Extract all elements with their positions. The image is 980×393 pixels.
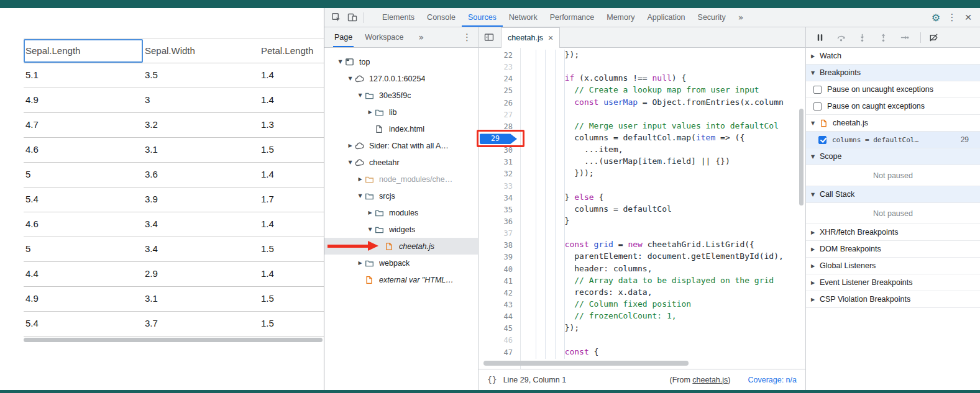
grid-cell[interactable]: 1.4 [259, 88, 324, 112]
grid-cell[interactable]: 3 [143, 88, 259, 112]
devtools-tab-memory[interactable]: Memory [600, 8, 641, 27]
grid-cell[interactable]: 5 [24, 163, 143, 187]
grid-cell[interactable]: 5.4 [24, 312, 143, 336]
collapsed-arrow-icon[interactable]: ▶ [346, 143, 355, 148]
line-number[interactable]: 38 [479, 240, 520, 251]
grid-cell[interactable]: 3.1 [143, 138, 259, 162]
tree-item-cheetahr[interactable]: ▼cheetahr [324, 154, 478, 171]
collapsed-arrow-icon[interactable]: ▶ [365, 210, 375, 215]
tree-item-external-var-html[interactable]: external var "HTML… [324, 271, 478, 288]
xhr-breakpoints-section-header[interactable]: ▶ XHR/fetch Breakpoints [806, 224, 980, 241]
grid-cell[interactable]: 1.3 [259, 113, 324, 137]
devtools-menu-icon[interactable]: ⋮ [944, 9, 960, 25]
step-into-icon[interactable] [856, 31, 868, 43]
csp-violation-breakpoints-section-header[interactable]: ▶ CSP Violation Breakpoints [806, 291, 980, 308]
tab-close-icon[interactable]: × [548, 33, 553, 43]
line-number[interactable]: 44 [479, 311, 520, 323]
tree-item-sider-chat-with-all-a[interactable]: ▶Sider: Chat with all A… [324, 137, 478, 154]
more-tabs-button[interactable]: » [732, 12, 750, 22]
devtools-tab-performance[interactable]: Performance [544, 8, 601, 27]
tree-item-index-html[interactable]: index.html [324, 120, 478, 137]
watch-section-header[interactable]: ▶ Watch [806, 48, 980, 65]
expanded-arrow-icon[interactable]: ▼ [346, 160, 355, 165]
grid-cell[interactable]: 4.7 [24, 113, 143, 137]
expanded-arrow-icon[interactable]: ▼ [355, 93, 365, 98]
line-number[interactable]: 41 [479, 276, 520, 287]
breakpoint-checkbox[interactable] [818, 136, 827, 144]
navigator-tab-page[interactable]: Page [333, 27, 354, 47]
grid-cell[interactable]: 1.5 [259, 287, 324, 311]
line-number[interactable]: 46 [479, 335, 520, 346]
grid-cell[interactable]: 5 [24, 237, 143, 261]
line-number[interactable]: 33 [479, 181, 520, 192]
expanded-arrow-icon[interactable]: ▼ [336, 59, 345, 65]
coverage-link[interactable]: Coverage: n/a [748, 376, 797, 384]
grid-cell[interactable]: 3.4 [143, 212, 259, 237]
page-horizontal-scrollbar[interactable] [24, 338, 323, 342]
expanded-arrow-icon[interactable]: ▼ [346, 76, 355, 81]
expanded-arrow-icon[interactable]: ▼ [355, 193, 365, 199]
breakpoint-entry[interactable]: columns = defaultCol… 29 [806, 132, 980, 148]
line-number[interactable]: 26 [479, 97, 520, 109]
data-grid[interactable]: Sepal.LengthSepal.WidthPetal.Length 5.13… [24, 38, 324, 337]
line-number[interactable]: 34 [479, 192, 520, 204]
grid-cell[interactable]: 1.5 [259, 138, 324, 162]
line-number[interactable]: 37 [479, 228, 520, 240]
line-number[interactable]: 31 [479, 156, 520, 168]
line-number[interactable]: 25 [479, 85, 520, 97]
device-toolbar-icon[interactable] [344, 9, 360, 25]
line-number[interactable]: 24 [479, 73, 520, 85]
collapsed-arrow-icon[interactable]: ▶ [355, 176, 365, 182]
step-icon[interactable] [898, 31, 910, 43]
grid-cell[interactable]: 3.4 [143, 237, 259, 261]
line-number[interactable]: 23 [479, 61, 520, 73]
grid-header-cell-sepal-width[interactable]: Sepal.Width [143, 39, 259, 63]
pause-on-caught-checkbox[interactable] [813, 102, 822, 111]
devtools-tab-network[interactable]: Network [503, 8, 544, 27]
tree-item-srcjs[interactable]: ▼srcjs [324, 187, 478, 204]
grid-cell[interactable]: 1.4 [259, 163, 324, 187]
line-number-gutter[interactable]: 2223242526272829303132333435363738394041… [479, 48, 521, 369]
breakpoint-file-group[interactable]: ▼ cheetah.js [806, 115, 980, 132]
tree-item-webpack[interactable]: ▶webpack [324, 255, 478, 271]
line-number[interactable]: 43 [479, 299, 520, 311]
line-number[interactable]: 35 [479, 204, 520, 216]
line-number[interactable]: 27 [479, 109, 520, 121]
global-listeners-section-header[interactable]: ▶ Global Listeners [806, 258, 980, 274]
devtools-tab-elements[interactable]: Elements [376, 8, 421, 27]
grid-cell[interactable]: 1.4 [259, 63, 324, 88]
grid-cell[interactable]: 3.7 [143, 312, 259, 336]
tree-item-30e35f9c[interactable]: ▼30e35f9c [324, 87, 478, 104]
settings-gear-icon[interactable]: ⚙ [928, 9, 944, 25]
navigator-menu-icon[interactable]: ⋮ [456, 32, 478, 43]
pause-on-uncaught-row[interactable]: Pause on uncaught exceptions [806, 81, 980, 98]
line-number[interactable]: 40 [479, 264, 520, 276]
code-pane[interactable]: }); if (x.columns !== null) { // Create … [521, 48, 805, 369]
toggle-navigator-icon[interactable] [481, 29, 497, 45]
grid-cell[interactable]: 4.4 [24, 262, 143, 286]
grid-cell[interactable]: 1.4 [259, 262, 324, 286]
line-number[interactable]: 45 [479, 323, 520, 335]
grid-cell[interactable]: 1.5 [259, 237, 324, 261]
navigator-more-tabs[interactable]: » [415, 32, 428, 42]
expanded-arrow-icon[interactable]: ▼ [365, 227, 375, 232]
collapsed-arrow-icon[interactable]: ▶ [355, 260, 365, 266]
tree-item-node-modules-che[interactable]: ▶node_modules/che… [324, 171, 478, 187]
grid-cell[interactable]: 4.9 [24, 88, 143, 112]
navigator-tab-workspace[interactable]: Workspace [364, 27, 405, 47]
tree-item-top[interactable]: ▼top [324, 53, 478, 70]
devtools-tab-console[interactable]: Console [421, 8, 462, 27]
call-stack-section-header[interactable]: ▼ Call Stack [806, 186, 980, 203]
step-over-icon[interactable] [835, 31, 847, 43]
pause-on-uncaught-checkbox[interactable] [813, 86, 822, 94]
dom-breakpoints-section-header[interactable]: ▶ DOM Breakpoints [806, 241, 980, 258]
line-number[interactable]: 39 [479, 251, 520, 263]
pretty-print-icon[interactable]: {} [487, 375, 497, 384]
scope-section-header[interactable]: ▼ Scope [806, 148, 980, 165]
pause-on-caught-row[interactable]: Pause on caught exceptions [806, 98, 980, 115]
tree-item-lib[interactable]: ▶lib [324, 104, 478, 120]
line-number[interactable]: 32 [479, 168, 520, 180]
grid-cell[interactable]: 4.6 [24, 138, 143, 162]
editor-tab-cheetah-js[interactable]: cheetah.js × [501, 27, 560, 48]
grid-cell[interactable]: 1.7 [259, 187, 324, 212]
